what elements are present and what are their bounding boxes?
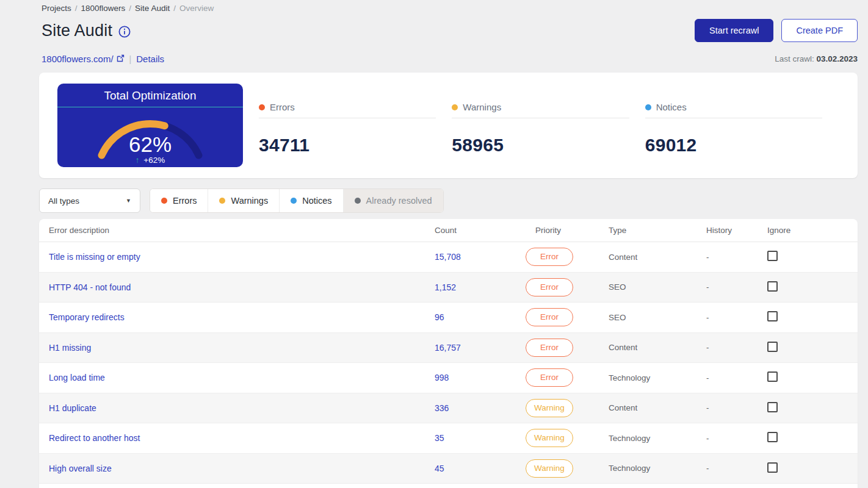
details-link[interactable]: Details — [136, 54, 164, 64]
issue-description-link[interactable]: Redirect to another host — [49, 433, 140, 443]
summary-stat: Notices 69012 — [645, 102, 838, 156]
issue-count-link[interactable]: 96 — [435, 312, 444, 322]
issue-description-link[interactable]: Long load time — [49, 373, 105, 382]
breadcrumb-item[interactable]: Projects — [42, 4, 71, 13]
stat-value: 34711 — [259, 135, 436, 156]
type-filter-value: All types — [48, 196, 79, 206]
column-header-ignore: Ignore — [767, 226, 848, 235]
table-header: Error description Count Priority Type Hi… — [39, 219, 858, 242]
issue-count-link[interactable]: 35 — [435, 433, 444, 443]
severity-filter-segment[interactable]: Errors — [150, 189, 208, 212]
priority-badge: Error — [526, 308, 573, 326]
priority-badge: Warning — [526, 429, 573, 447]
table-row: Long load time 998 Error Technology - — [39, 363, 858, 393]
issue-history: - — [706, 282, 767, 292]
external-link-icon[interactable] — [117, 54, 125, 64]
filter-row: All types ▼ Errors Warnings Notices Alre… — [39, 188, 858, 213]
gauge-title: Total Optimization — [57, 84, 243, 107]
issue-history: - — [706, 434, 767, 443]
breadcrumb-separator: / — [129, 4, 131, 13]
issue-count-link[interactable]: 998 — [435, 373, 449, 382]
chevron-down-icon: ▼ — [126, 198, 131, 204]
priority-badge: Error — [526, 339, 573, 357]
issue-type: Content — [609, 343, 706, 352]
table-row: H1 missing 16,757 Error Content - — [39, 333, 858, 364]
ignore-checkbox[interactable] — [767, 311, 778, 321]
divider: | — [129, 54, 132, 64]
stat-value: 58965 — [452, 135, 629, 156]
breadcrumb-item[interactable]: 1800flowers — [81, 4, 126, 13]
breadcrumb-item[interactable]: Site Audit — [135, 4, 170, 13]
severity-filter-group: Errors Warnings Notices Already resolved — [150, 188, 444, 213]
column-header-priority: Priority — [526, 226, 609, 235]
ignore-checkbox[interactable] — [767, 402, 778, 412]
severity-filter-segment[interactable]: Already resolved — [344, 189, 443, 212]
ignore-checkbox[interactable] — [767, 281, 778, 292]
stat-underline — [259, 118, 436, 118]
issue-history: - — [706, 403, 767, 412]
column-header-type: Type — [609, 226, 706, 235]
ignore-checkbox[interactable] — [767, 371, 778, 382]
issue-description-link[interactable]: Temporary redirects — [49, 312, 125, 322]
create-pdf-button[interactable]: Create PDF — [781, 19, 858, 42]
issue-history: - — [706, 464, 767, 473]
site-url-link[interactable]: 1800flowers.com/ — [42, 54, 125, 64]
start-recrawl-button[interactable]: Start recrawl — [695, 19, 773, 42]
severity-filter-segment[interactable]: Notices — [280, 189, 343, 212]
breadcrumb-item: Overview — [179, 4, 214, 13]
severity-filter-segment[interactable]: Warnings — [208, 189, 280, 212]
issue-description-link[interactable]: High overall size — [49, 464, 112, 473]
status-dot-icon — [355, 198, 361, 204]
issue-count-link[interactable]: 45 — [435, 464, 444, 473]
issue-type: SEO — [609, 282, 706, 292]
summary-stat: Errors 34711 — [259, 102, 452, 156]
issue-count-link[interactable]: 1,152 — [435, 282, 456, 292]
segment-label: Warnings — [231, 196, 268, 206]
priority-badge: Error — [526, 248, 573, 266]
top-bar: Projects/1800flowers/Site Audit/Overview… — [0, 0, 868, 64]
issue-type: Technology — [609, 373, 706, 382]
column-header-description: Error description — [49, 226, 435, 235]
issue-count-link[interactable]: 336 — [435, 403, 449, 413]
last-crawl: Last crawl: 03.02.2023 — [775, 54, 858, 63]
gauge-arc: 62% ↑ +62% — [57, 107, 243, 167]
issue-type: Content — [609, 403, 706, 412]
stat-label: Errors — [270, 102, 295, 112]
issue-history: - — [706, 373, 767, 382]
priority-badge: Warning — [526, 399, 573, 417]
ignore-checkbox[interactable] — [767, 342, 778, 352]
issue-description-link[interactable]: H1 missing — [49, 343, 91, 353]
issue-history: - — [706, 253, 767, 262]
ignore-checkbox[interactable] — [767, 432, 778, 442]
info-icon[interactable] — [118, 26, 131, 38]
status-dot-icon — [645, 104, 651, 110]
table-row: HTTP 404 - not found 1,152 Error SEO - — [39, 273, 858, 303]
stat-underline — [645, 118, 822, 118]
issue-type: Technology — [609, 434, 706, 443]
arrow-up-icon: ↑ — [136, 156, 140, 165]
last-crawl-date: 03.02.2023 — [816, 54, 858, 63]
summary-stat: Warnings 58965 — [452, 102, 645, 156]
ignore-checkbox[interactable] — [767, 462, 778, 473]
issue-count-link[interactable]: 16,757 — [435, 343, 461, 353]
issue-description-link[interactable]: Title is missing or empty — [49, 252, 140, 262]
site-url: 1800flowers.com/ — [42, 54, 114, 64]
table-row: Title is missing or empty 15,708 Error C… — [39, 242, 858, 273]
status-dot-icon — [161, 198, 167, 204]
summary-card: Total Optimization 62% ↑ +62% Errors 347… — [39, 73, 858, 178]
stat-label: Notices — [656, 102, 687, 112]
ignore-checkbox[interactable] — [767, 251, 778, 261]
issue-count-link[interactable]: 15,708 — [435, 252, 461, 262]
column-header-history: History — [706, 226, 767, 235]
issue-description-link[interactable]: HTTP 404 - not found — [49, 282, 131, 292]
issue-description-link[interactable]: H1 duplicate — [49, 403, 96, 413]
status-dot-icon — [219, 198, 225, 204]
summary-stats: Errors 34711 Warnings 58965 Notices 6901… — [259, 84, 838, 156]
issue-type: Technology — [609, 464, 706, 473]
breadcrumb-separator: / — [75, 4, 78, 13]
stat-value: 69012 — [645, 135, 822, 156]
stat-underline — [452, 118, 629, 118]
breadcrumb-separator: / — [173, 4, 176, 13]
segment-label: Already resolved — [366, 196, 432, 206]
type-filter-dropdown[interactable]: All types ▼ — [39, 188, 140, 213]
